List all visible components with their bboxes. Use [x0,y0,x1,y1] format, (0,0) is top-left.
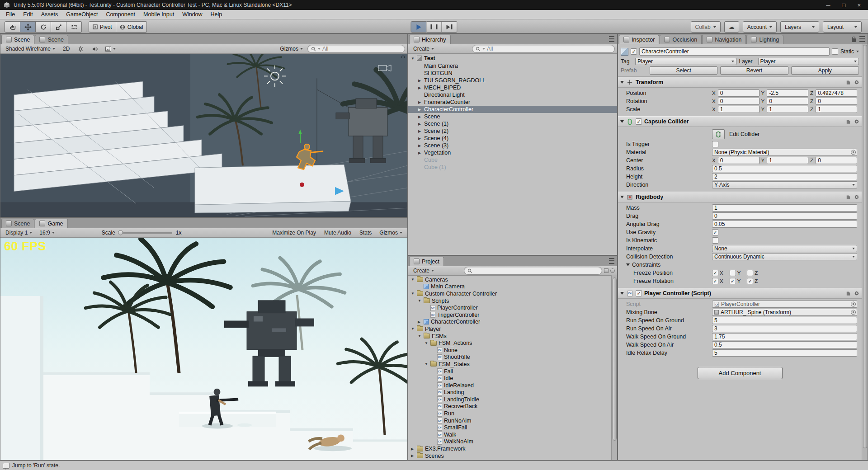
run-speed-ground-field[interactable]: 5 [712,317,857,324]
freeze-rotation-x[interactable]: X [712,278,724,284]
expand-arrow-icon[interactable]: ▼ [411,277,417,282]
prefab-select-button[interactable]: Select [650,66,717,75]
expand-arrow-icon[interactable]: ▶ [418,129,424,133]
use-gravity-checkbox[interactable] [712,229,718,235]
scale-tool-button[interactable] [51,21,66,33]
game-viewport[interactable]: 60 FPS [0,238,407,460]
material-object-field[interactable]: None (Physic Material) [712,149,857,156]
move-tool-button[interactable] [20,21,36,33]
pivot-toggle-button[interactable]: Pivot [89,21,116,33]
expand-arrow-icon[interactable]: ▶ [418,108,424,112]
display-dropdown[interactable]: Display 1 [3,229,35,236]
add-component-button[interactable]: Add Component [698,367,783,379]
panel-menu-icon[interactable] [859,36,865,42]
tab-scene-1[interactable]: Scene [1,35,34,44]
expand-arrow-icon[interactable]: ▼ [411,56,417,61]
inspector-scrollbar[interactable] [862,44,868,460]
scale-slider[interactable] [119,232,172,234]
panel-menu-icon[interactable] [609,36,614,42]
expand-arrow-icon[interactable]: ▶ [418,86,424,90]
expand-arrow-icon[interactable]: ▶ [418,122,424,126]
center-z-field[interactable]: 0 [816,157,857,164]
shading-mode-dropdown[interactable]: Shaded Wireframe [3,45,58,52]
scene-search-input[interactable]: All [307,45,405,53]
tab-inspector[interactable]: Inspector [619,35,659,44]
menu-mobile-input[interactable]: Mobile Input [139,10,178,19]
mass-field[interactable]: 1 [712,204,857,212]
console-message-icon[interactable] [3,463,9,469]
scale-x-field[interactable]: 1 [718,106,760,113]
foldout-icon[interactable] [626,263,630,266]
global-toggle-button[interactable]: Global [116,21,147,33]
component-enabled-checkbox[interactable] [636,118,642,125]
hand-tool-button[interactable] [5,21,20,33]
project-scrollbar[interactable] [611,275,617,460]
menu-gameobject[interactable]: GameObject [62,10,102,19]
foldout-icon[interactable] [620,120,624,123]
scene-effects-dropdown[interactable] [103,45,118,52]
gear-icon[interactable] [854,119,859,125]
project-item-scenes[interactable]: ▶Scenes [408,452,611,460]
hierarchy-item-cube[interactable]: Cube [408,156,617,164]
project-item-runnoaim[interactable]: C#RunNoAim [408,417,611,424]
rotation-z-field[interactable]: 0 [816,98,857,105]
gear-icon[interactable] [854,291,859,296]
direction-dropdown[interactable]: Y-Axis [712,181,857,188]
scale-y-field[interactable]: 1 [767,106,808,113]
drag-field[interactable]: 0 [712,212,857,220]
project-search-input[interactable] [464,267,602,275]
layers-dropdown[interactable]: Layers [780,21,819,33]
expand-arrow-icon[interactable]: ▶ [418,320,424,324]
project-item-none[interactable]: C#None [408,347,611,354]
active-checkbox[interactable] [631,48,637,55]
component-enabled-checkbox[interactable] [636,290,642,296]
project-item-fall[interactable]: C#Fall [408,368,611,375]
hierarchy-item-shotgun[interactable]: SHOTGUN [408,70,617,77]
expand-arrow-icon[interactable]: ▶ [418,136,424,141]
project-item-triggercontroller[interactable]: C#TriggerController [408,311,611,319]
project-item-player[interactable]: ▼Player [408,325,611,333]
scale-z-field[interactable]: 1 [816,106,857,113]
tab-hierarchy[interactable]: Hierarchy [409,35,451,44]
project-item-cameras[interactable]: ▼Cameras [408,276,611,283]
checkbox[interactable] [730,270,736,276]
project-item-charactercontroller[interactable]: ▶CharacterController [408,319,611,326]
position-z-field[interactable]: 0.4927478 [816,89,857,97]
scene-gizmos-dropdown[interactable]: Gizmos [277,45,306,52]
project-item-scripts[interactable]: ▼Scripts [408,297,611,305]
checkbox[interactable] [747,278,753,284]
hierarchy-item-scene-3[interactable]: ▶Scene (3) [408,142,617,149]
hierarchy-item-tulsgorn-ragdoll[interactable]: ▶TULSGORN_RAGDOLL [408,77,617,84]
hierarchy-item-charactercontroller[interactable]: ▶CharacterController [408,106,617,113]
help-icon[interactable] [845,119,851,125]
tab-game[interactable]: Game [35,219,67,228]
expand-arrow-icon[interactable]: ▶ [418,151,424,155]
cloud-button[interactable]: ☁ [724,21,739,33]
game-gizmos-dropdown[interactable]: Gizmos [377,229,405,236]
constraints-foldout-row[interactable]: Constraints [618,261,862,269]
menu-edit[interactable]: Edit [19,10,37,19]
project-item-main-camera[interactable]: Main Camera [408,283,611,291]
foldout-icon[interactable] [620,292,624,295]
layer-dropdown[interactable]: Player [758,58,859,65]
position-y-field[interactable]: -2.5 [767,89,808,97]
menu-component[interactable]: Component [102,10,139,19]
hierarchy-item-scene-1[interactable]: ▶Scene (1) [408,120,617,127]
tab-occlusion[interactable]: Occlusion [660,35,702,44]
mixing-bone-object-field[interactable]: ARTHUR_ Spine (Transform) [712,309,857,316]
position-x-field[interactable]: 0 [718,89,760,97]
script-object-field[interactable]: C#PlayerController [712,301,857,308]
hierarchy-item-frameratecounter[interactable]: ▶FramerateCounter [408,99,617,106]
layout-dropdown[interactable]: Layout [823,21,862,33]
expand-arrow-icon[interactable]: ▶ [418,144,424,148]
project-item-walknoaim[interactable]: C#WalkNoAim [408,438,611,446]
close-button[interactable]: × [857,2,861,9]
freeze-rotation-y[interactable]: Y [730,278,741,284]
rotation-x-field[interactable]: 0 [718,98,760,105]
project-item-fsm-states[interactable]: ▼FSM_States [408,361,611,368]
scrollbar-thumb[interactable] [613,277,617,441]
expand-arrow-icon[interactable]: ▼ [411,291,417,296]
static-dropdown-icon[interactable] [856,51,859,52]
hierarchy-item-directional-light[interactable]: Directional Light [408,91,617,99]
minimize-button[interactable]: ─ [826,2,830,9]
